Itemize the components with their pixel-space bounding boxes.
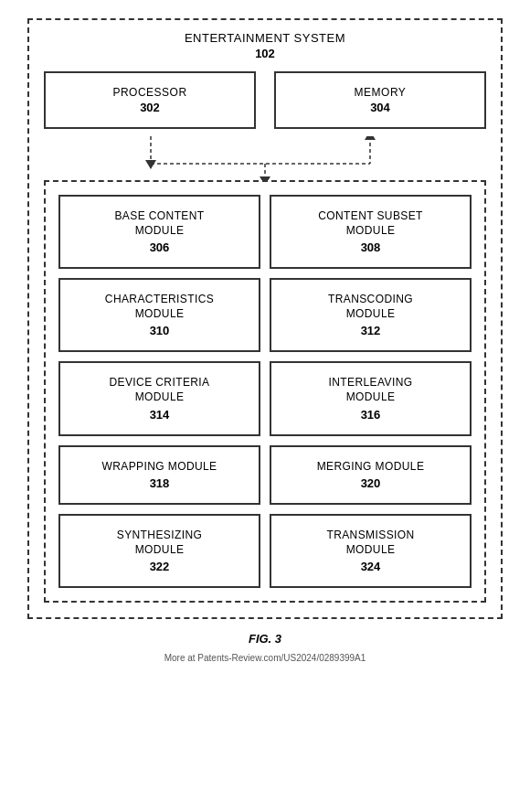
device-criteria-module: DEVICE CRITERIAMODULE 314 — [58, 361, 260, 435]
figure-label: FIG. 3 — [249, 632, 281, 646]
lower-box: BASE CONTENTMODULE 306 CONTENT SUBSETMOD… — [44, 180, 486, 603]
transcoding-number: 312 — [281, 324, 461, 337]
wrapping-module: WRAPPING MODULE 318 — [58, 445, 260, 506]
arrows-area — [44, 136, 486, 180]
transcoding-module: TRANSCODINGMODULE 312 — [270, 278, 472, 352]
interleaving-module: INTERLEAVINGMODULE 316 — [270, 361, 472, 435]
wrapping-number: 318 — [69, 476, 249, 490]
svg-marker-3 — [365, 136, 376, 140]
memory-label: MEMORY — [303, 86, 457, 99]
memory-number: 304 — [303, 101, 457, 114]
content-subset-label: CONTENT SUBSETMODULE — [281, 209, 461, 238]
interleaving-label: INTERLEAVINGMODULE — [281, 376, 461, 404]
synthesizing-label: SYNTHESIZINGMODULE — [69, 529, 249, 557]
diagram-container: ENTERTAINMENT SYSTEM 102 PROCESSOR 302 M… — [27, 18, 503, 663]
wrapping-label: WRAPPING MODULE — [69, 460, 249, 475]
top-modules-row: PROCESSOR 302 MEMORY 304 — [44, 71, 486, 129]
footer-text: More at Patents-Review.com/US2024/028939… — [164, 653, 366, 663]
device-criteria-number: 314 — [69, 408, 249, 422]
arrows-svg — [44, 136, 486, 180]
base-content-module: BASE CONTENTMODULE 306 — [58, 195, 260, 269]
base-content-label: BASE CONTENTMODULE — [69, 209, 249, 238]
memory-box: MEMORY 304 — [274, 71, 486, 129]
transmission-module: TRANSMISSIONMODULE 324 — [270, 514, 472, 588]
merging-label: MERGING MODULE — [281, 460, 461, 475]
synthesizing-number: 322 — [69, 560, 249, 573]
synthesizing-module: SYNTHESIZINGMODULE 322 — [58, 514, 260, 588]
entertainment-system-box: ENTERTAINMENT SYSTEM 102 PROCESSOR 302 M… — [27, 18, 503, 619]
processor-number: 302 — [73, 101, 227, 114]
base-content-number: 306 — [69, 240, 249, 254]
device-criteria-label: DEVICE CRITERIAMODULE — [69, 376, 249, 404]
entertainment-system-number: 102 — [44, 47, 486, 60]
transmission-label: TRANSMISSIONMODULE — [281, 529, 461, 557]
characteristics-module: CHARACTERISTICSMODULE 310 — [58, 278, 260, 352]
processor-box: PROCESSOR 302 — [44, 71, 256, 129]
characteristics-number: 310 — [69, 324, 249, 337]
svg-marker-6 — [260, 176, 270, 180]
svg-marker-1 — [145, 160, 156, 169]
processor-label: PROCESSOR — [73, 86, 227, 99]
transmission-number: 324 — [281, 560, 461, 573]
interleaving-number: 316 — [281, 408, 461, 422]
entertainment-system-title: ENTERTAINMENT SYSTEM — [44, 31, 486, 45]
merging-module: MERGING MODULE 320 — [270, 445, 472, 506]
content-subset-number: 308 — [281, 240, 461, 254]
modules-grid: BASE CONTENTMODULE 306 CONTENT SUBSETMOD… — [58, 195, 472, 588]
merging-number: 320 — [281, 476, 461, 490]
characteristics-label: CHARACTERISTICSMODULE — [69, 293, 249, 321]
transcoding-label: TRANSCODINGMODULE — [281, 293, 461, 321]
content-subset-module: CONTENT SUBSETMODULE 308 — [270, 195, 472, 269]
